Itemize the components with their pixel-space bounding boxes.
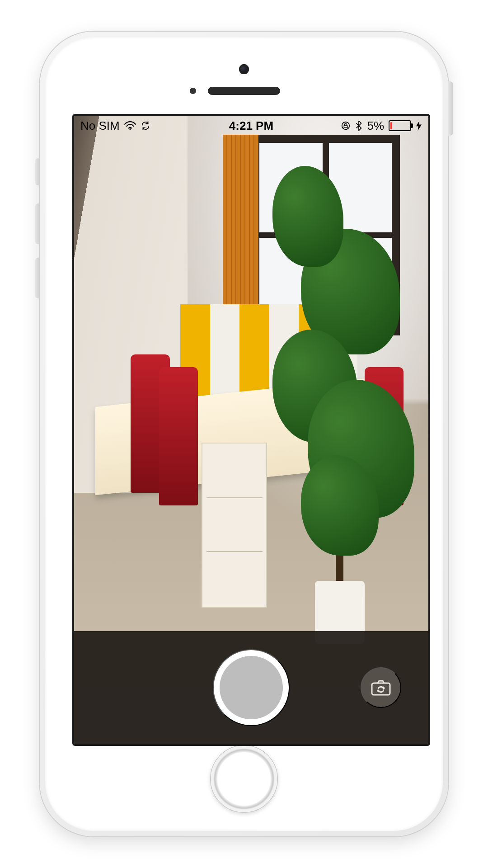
battery-percent: 5% bbox=[367, 119, 384, 133]
switch-camera-button[interactable] bbox=[361, 667, 401, 708]
mute-switch bbox=[35, 158, 40, 185]
earpiece-speaker bbox=[208, 87, 280, 95]
bolt-icon bbox=[416, 121, 422, 131]
camera-control-bar bbox=[74, 631, 428, 744]
device-frame: No SIM 4:21 PM 5% bbox=[40, 32, 448, 836]
bluetooth-icon bbox=[355, 120, 362, 131]
screen: No SIM 4:21 PM 5% bbox=[72, 114, 430, 746]
battery-icon bbox=[389, 120, 411, 131]
sync-icon bbox=[141, 121, 150, 131]
orientation-lock-icon bbox=[341, 121, 351, 131]
carrier-label: No SIM bbox=[80, 119, 120, 133]
volume-up bbox=[35, 203, 40, 244]
proximity-sensor-icon bbox=[190, 88, 196, 94]
device-bezel: No SIM 4:21 PM 5% bbox=[45, 37, 443, 831]
power-button bbox=[448, 81, 453, 136]
volume-down bbox=[35, 258, 40, 298]
svg-rect-2 bbox=[372, 683, 390, 695]
switch-camera-icon bbox=[370, 677, 392, 698]
home-button[interactable] bbox=[210, 745, 278, 813]
shutter-button[interactable] bbox=[213, 649, 290, 726]
wifi-icon bbox=[124, 121, 136, 130]
svg-point-0 bbox=[129, 128, 131, 130]
front-camera-icon bbox=[239, 64, 249, 74]
status-bar: No SIM 4:21 PM 5% bbox=[74, 116, 428, 136]
